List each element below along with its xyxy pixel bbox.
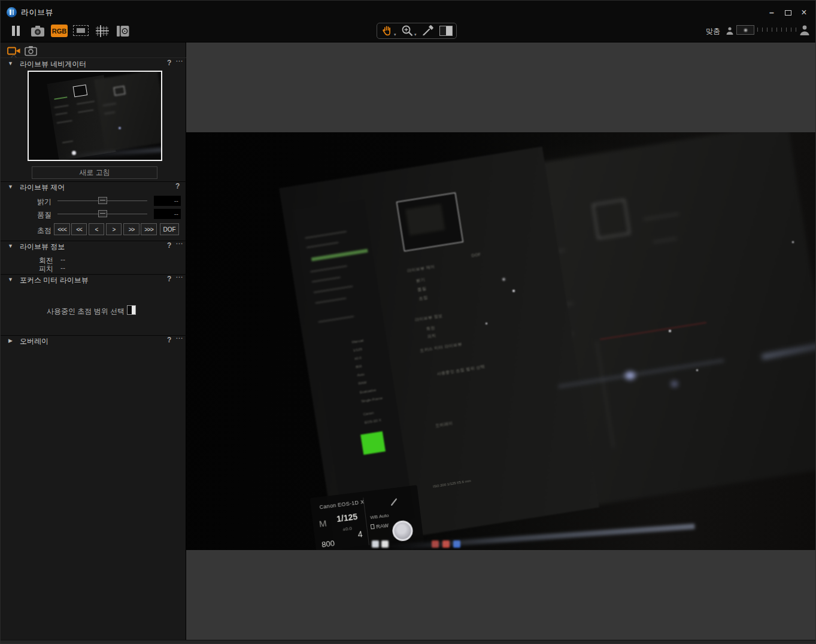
- rgb-readout-button[interactable]: RGB: [51, 25, 68, 37]
- focus-label: 초점: [19, 226, 51, 236]
- navigator-thumbnail[interactable]: [28, 71, 162, 161]
- info-panel-divider: [1, 241, 186, 241]
- navigator-thumbnail-image: [29, 72, 161, 160]
- photo-brightness-text: 밝기: [415, 277, 425, 284]
- brightness-label: 밝기: [19, 197, 51, 207]
- info-collapse-icon[interactable]: ▼: [8, 243, 13, 249]
- dof-button[interactable]: DOF: [160, 223, 179, 235]
- navigator-collapse-icon[interactable]: ▼: [8, 60, 13, 66]
- focus-far-2-button[interactable]: <<: [71, 223, 87, 235]
- photo-wb-value: WB Auto: [370, 513, 389, 521]
- focus-range-label: 사용중인 초점 범위 선택: [25, 306, 125, 317]
- overlay-collapse-icon[interactable]: ▶: [8, 338, 13, 344]
- photo-pitch-text: 피치: [427, 333, 436, 340]
- overlay-more-button[interactable]: …: [175, 335, 184, 338]
- photo-range-text: 사용중인 초점 범위 선택: [436, 363, 486, 377]
- rotation-value: --: [60, 256, 65, 264]
- photo-dof-text: DOF: [471, 252, 481, 257]
- window-title: 라이브뷰: [21, 7, 53, 18]
- photo-overlay-title: 오버레이: [435, 420, 454, 429]
- color-picker-tool-icon[interactable]: [422, 25, 434, 39]
- tabs-divider: [1, 57, 186, 58]
- zoom-tool-caret-icon[interactable]: ▾: [414, 32, 417, 37]
- focus-far-1-button[interactable]: <: [89, 223, 104, 235]
- brightness-value-box[interactable]: --: [154, 196, 181, 206]
- photo-capture-button: [392, 520, 414, 542]
- quality-slider-handle[interactable]: [98, 210, 107, 217]
- focus-button-row: <<< << < > >> >>> DOF: [54, 223, 181, 235]
- photo-mode-value: M: [318, 518, 327, 528]
- photo-ev-value: ±0.0: [342, 525, 352, 532]
- photo-focus-meter-title: 포커스 미터 라이브뷰: [420, 341, 463, 354]
- zoom-in-person-icon[interactable]: [799, 24, 810, 38]
- photo-highlight-dot: [486, 323, 487, 324]
- photo-cursor-dot: [502, 278, 505, 281]
- maximize-button[interactable]: [785, 10, 791, 16]
- photo-blue-flare-small: [671, 381, 678, 387]
- fit-zoom-label[interactable]: 맞춤: [706, 26, 720, 37]
- photo-navigator-rect: [396, 193, 463, 252]
- focus-meter-help-button[interactable]: ?: [167, 275, 171, 283]
- focus-meter-divider: [1, 274, 186, 275]
- photo-quality-text: 품질: [417, 285, 427, 293]
- overlay-title: 오버레이: [20, 336, 48, 347]
- pitch-label: 피치: [19, 264, 53, 274]
- pan-tool-caret-icon[interactable]: ▾: [394, 32, 396, 37]
- focus-meter-more-button[interactable]: …: [175, 274, 184, 277]
- photo-highlight-dot: [792, 241, 794, 243]
- close-button[interactable]: ×: [798, 7, 810, 18]
- refresh-button[interactable]: 새로 고침: [32, 166, 157, 179]
- focus-near-1-button[interactable]: >: [106, 223, 122, 235]
- window-bottom-strip: [1, 640, 816, 644]
- photo-blue-flare-large: [625, 372, 635, 379]
- pitch-value: --: [60, 264, 65, 272]
- live-view-window: 라이브뷰 – × RGB: [0, 0, 816, 644]
- focus-far-3-button[interactable]: <<<: [54, 223, 70, 235]
- focus-near-2-button[interactable]: >>: [123, 223, 139, 235]
- control-title: 라이브뷰 제어: [20, 183, 65, 193]
- photo-highlight-dot: [669, 330, 671, 332]
- focus-near-3-button[interactable]: >>>: [141, 223, 157, 235]
- navigator-more-button[interactable]: …: [175, 57, 184, 61]
- zoom-slider-dot: [744, 29, 747, 32]
- capture-one-logo-icon: [7, 7, 17, 17]
- photo-highlight-dot: [512, 290, 515, 292]
- grid-icon[interactable]: [95, 25, 110, 40]
- control-help-button[interactable]: ?: [175, 182, 180, 190]
- live-view-image[interactable]: 라이브뷰 제어 DOF 밝기 품질 초점 라이브뷰 정보 회전 피치 포커스 미…: [186, 132, 816, 550]
- exposure-warning-icon[interactable]: [116, 25, 130, 40]
- info-help-button[interactable]: ?: [167, 241, 171, 250]
- photo-serial-censor-box: [360, 432, 386, 455]
- zoom-slider-handle[interactable]: [736, 25, 754, 35]
- tab-capture-camera[interactable]: [25, 45, 37, 59]
- quality-value-box[interactable]: --: [154, 209, 181, 219]
- info-more-button[interactable]: …: [175, 240, 184, 244]
- minimize-button[interactable]: –: [766, 8, 778, 17]
- quality-label: 품질: [19, 210, 51, 220]
- photo-focus-text: 초점: [418, 294, 428, 302]
- photo-format-value: RAW: [376, 523, 389, 530]
- focus-meter-collapse-icon[interactable]: ▼: [8, 277, 13, 282]
- photo-rotation-text: 회전: [426, 325, 435, 332]
- zoom-slider-track[interactable]: [757, 28, 797, 32]
- focus-meter-title: 포커스 미터 라이브뷰: [20, 275, 89, 285]
- focus-range-select-icon[interactable]: [127, 305, 136, 315]
- pan-hand-tool-icon[interactable]: [381, 25, 393, 39]
- pause-icon[interactable]: [12, 26, 21, 36]
- control-panel-divider: [1, 181, 186, 182]
- zoom-loupe-tool-icon[interactable]: [401, 25, 414, 40]
- navigator-help-button[interactable]: ?: [167, 59, 171, 67]
- brightness-slider-handle[interactable]: [98, 197, 107, 204]
- photo-format-doc-icon: [371, 524, 375, 530]
- camera-capture-icon[interactable]: [31, 25, 45, 40]
- overlay-mask-icon[interactable]: [73, 25, 89, 36]
- photo-control-title: 라이브뷰 제어: [407, 263, 435, 274]
- overlay-help-button[interactable]: ?: [167, 336, 171, 344]
- control-collapse-icon[interactable]: ▼: [8, 184, 13, 190]
- overlay-panel-divider: [1, 335, 186, 336]
- photo-aperture-value: 4: [357, 529, 363, 539]
- photo-near-screen: 라이브뷰 제어 DOF 밝기 품질 초점 라이브뷰 정보 회전 피치 포커스 미…: [279, 147, 599, 549]
- before-after-split-icon[interactable]: [439, 26, 453, 36]
- navigator-title: 라이브뷰 네비게이터: [20, 59, 86, 69]
- zoom-out-person-icon[interactable]: [726, 26, 734, 38]
